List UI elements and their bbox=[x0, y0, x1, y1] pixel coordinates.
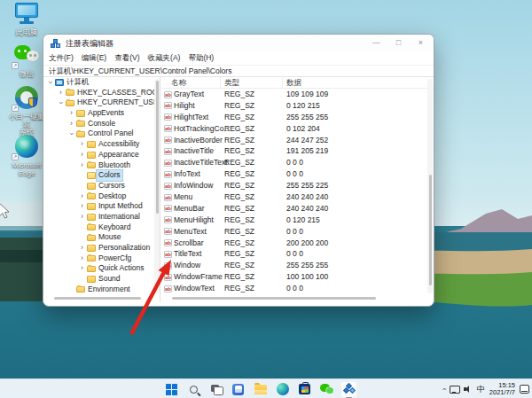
tray-overflow-chevron-icon[interactable]: › bbox=[439, 388, 448, 391]
chevron-down-icon[interactable] bbox=[46, 77, 54, 88]
tree-item[interactable]: Desktop bbox=[43, 191, 160, 202]
volume-icon[interactable] bbox=[464, 386, 473, 394]
value-row[interactable]: abMenuBarREG_SZ240 240 240 bbox=[161, 203, 434, 215]
value-row[interactable]: abMenuTextREG_SZ0 0 0 bbox=[161, 226, 434, 238]
column-header-type[interactable]: 类型 bbox=[220, 77, 239, 88]
tree-item[interactable]: HKEY_CURRENT_USER bbox=[43, 98, 160, 108]
desktop-icon-edge[interactable]: ↗ Microsoft Edge bbox=[7, 135, 46, 177]
search-icon bbox=[190, 386, 198, 394]
tree-item-label: Input Method bbox=[97, 201, 145, 212]
task-view-button[interactable] bbox=[207, 381, 224, 398]
chevron-down-icon[interactable] bbox=[67, 129, 75, 139]
tree-item[interactable]: PowerCfg bbox=[43, 254, 160, 264]
values-vertical-scrollbar[interactable] bbox=[427, 79, 433, 293]
tree-item[interactable]: Keyboard bbox=[43, 222, 160, 233]
tree-item[interactable]: Bluetooth bbox=[43, 160, 160, 171]
registry-address-bar[interactable]: 计算机\HKEY_CURRENT_USER\Control Panel\Colo… bbox=[43, 65, 434, 77]
chevron-right-icon[interactable] bbox=[78, 212, 86, 222]
chevron-down-icon[interactable] bbox=[57, 98, 65, 108]
tree-item[interactable]: International bbox=[43, 212, 160, 222]
desktop-icon-this-pc[interactable]: 此电脑 bbox=[7, 2, 46, 36]
tree-item[interactable]: Environment bbox=[43, 285, 160, 295]
chevron-right-icon[interactable] bbox=[78, 263, 86, 274]
value-row[interactable]: abInactiveTitleTextREG_SZ0 0 0 bbox=[161, 157, 434, 168]
edge-taskbar-button[interactable] bbox=[274, 381, 291, 398]
tree-vertical-scrollbar[interactable] bbox=[154, 79, 160, 293]
title-bar[interactable]: 注册表编辑器 — □ × bbox=[43, 35, 434, 52]
tree-item[interactable]: Personalization bbox=[43, 243, 160, 254]
notification-center-icon[interactable] bbox=[520, 385, 529, 394]
chevron-right-icon[interactable] bbox=[78, 254, 86, 264]
column-header-data[interactable]: 数据 bbox=[282, 77, 301, 88]
value-row[interactable]: abWindowFrameREG_SZ100 100 100 bbox=[161, 271, 434, 283]
value-row[interactable]: abMenuHilightREG_SZ0 120 215 bbox=[161, 215, 434, 226]
menu-favorites[interactable]: 收藏夹(A) bbox=[148, 53, 181, 64]
close-button[interactable]: × bbox=[410, 35, 432, 52]
shortcut-arrow-icon: ↗ bbox=[12, 62, 19, 69]
menu-help[interactable]: 帮助(H) bbox=[188, 53, 214, 64]
chevron-right-icon[interactable] bbox=[78, 150, 86, 160]
tree-item[interactable]: Cursors bbox=[43, 181, 160, 191]
value-row[interactable]: abTitleTextREG_SZ0 0 0 bbox=[161, 248, 434, 260]
chevron-right-icon[interactable] bbox=[78, 160, 86, 171]
value-row[interactable]: abHotTrackingCo...REG_SZ0 102 204 bbox=[161, 123, 434, 135]
value-row[interactable]: abWindowREG_SZ255 255 255 bbox=[161, 260, 434, 271]
value-row[interactable]: abHilightREG_SZ0 120 215 bbox=[161, 100, 434, 112]
value-row[interactable]: abInfoTextREG_SZ0 0 0 bbox=[161, 168, 434, 180]
minimize-button[interactable]: — bbox=[365, 35, 387, 52]
tree-item[interactable]: Mouse bbox=[43, 232, 160, 243]
tree-item[interactable]: AppEvents bbox=[43, 108, 160, 119]
store-button[interactable] bbox=[296, 381, 313, 398]
menu-edit[interactable]: 编辑(E) bbox=[82, 53, 106, 64]
chevron-right-icon[interactable] bbox=[57, 88, 65, 98]
tree-horizontal-scrollbar[interactable] bbox=[52, 296, 147, 300]
tree-item-label: Accessibility bbox=[97, 139, 141, 150]
shortcut-arrow-icon: ↗ bbox=[12, 153, 19, 160]
chevron-right-icon[interactable] bbox=[78, 243, 86, 254]
chevron-right-icon[interactable] bbox=[67, 119, 75, 129]
file-explorer-button[interactable] bbox=[252, 381, 269, 398]
folder-icon bbox=[87, 235, 96, 242]
value-row[interactable]: abWindowTextREG_SZ0 0 0 bbox=[161, 283, 434, 294]
value-row[interactable]: abInactiveBorderREG_SZ244 247 252 bbox=[161, 135, 434, 146]
value-row[interactable]: abInactiveTitleREG_SZ191 205 219 bbox=[161, 145, 434, 157]
widgets-button[interactable] bbox=[230, 381, 246, 398]
tree-item[interactable]: 计算机 bbox=[43, 77, 160, 88]
tree-item[interactable]: Appearance bbox=[43, 150, 160, 160]
value-type: REG_SZ bbox=[224, 238, 254, 249]
value-row[interactable]: abHilightTextREG_SZ255 255 255 bbox=[161, 112, 434, 123]
regedit-taskbar-button[interactable] bbox=[340, 381, 357, 398]
reg-sz-icon: ab bbox=[164, 228, 172, 235]
menu-view[interactable]: 查看(V) bbox=[114, 53, 139, 64]
tree-item[interactable]: Accessibility bbox=[43, 139, 160, 150]
search-button[interactable] bbox=[185, 381, 202, 398]
tree-item[interactable]: Quick Actions bbox=[43, 263, 160, 274]
wechat-taskbar-button[interactable] bbox=[318, 381, 335, 398]
ime-indicator[interactable]: 中 bbox=[477, 384, 485, 395]
desktop-icon-xiaobai-reinstall[interactable]: ↗ 小白一键重装 系统 bbox=[7, 86, 46, 137]
value-row[interactable]: abGrayTextREG_SZ109 109 109 bbox=[161, 89, 434, 100]
maximize-button[interactable]: □ bbox=[387, 35, 410, 52]
menu-file[interactable]: 文件(F) bbox=[49, 53, 74, 64]
tree-item-label: 计算机 bbox=[65, 77, 91, 88]
chevron-right-icon[interactable] bbox=[78, 201, 86, 212]
network-icon[interactable] bbox=[450, 386, 459, 394]
values-horizontal-scrollbar[interactable] bbox=[168, 296, 421, 300]
column-header-name[interactable]: 名称 bbox=[171, 77, 186, 88]
tree-item[interactable]: Sound bbox=[43, 274, 160, 285]
desktop-icon-wechat[interactable]: ↗ 微信 bbox=[7, 43, 46, 78]
tree-item[interactable]: Console bbox=[43, 119, 160, 129]
tree-item[interactable]: Control Panel bbox=[43, 129, 160, 139]
menu-bar: 文件(F) 编辑(E) 查看(V) 收藏夹(A) 帮助(H) bbox=[43, 52, 434, 65]
tree-item[interactable]: Colors bbox=[43, 170, 160, 181]
tray-clock[interactable]: 15:15 2021/7/7 bbox=[489, 382, 515, 397]
value-row[interactable]: abMenuREG_SZ240 240 240 bbox=[161, 191, 434, 203]
chevron-right-icon[interactable] bbox=[78, 139, 86, 150]
value-row[interactable]: abScrollbarREG_SZ200 200 200 bbox=[161, 238, 434, 249]
tree-item[interactable]: HKEY_CLASSES_ROOT bbox=[43, 88, 160, 98]
chevron-right-icon[interactable] bbox=[67, 108, 75, 119]
tree-item[interactable]: Input Method bbox=[43, 201, 160, 212]
value-row[interactable]: abInfoWindowREG_SZ255 255 225 bbox=[161, 180, 434, 191]
chevron-right-icon[interactable] bbox=[78, 191, 86, 202]
start-button[interactable] bbox=[163, 381, 180, 398]
